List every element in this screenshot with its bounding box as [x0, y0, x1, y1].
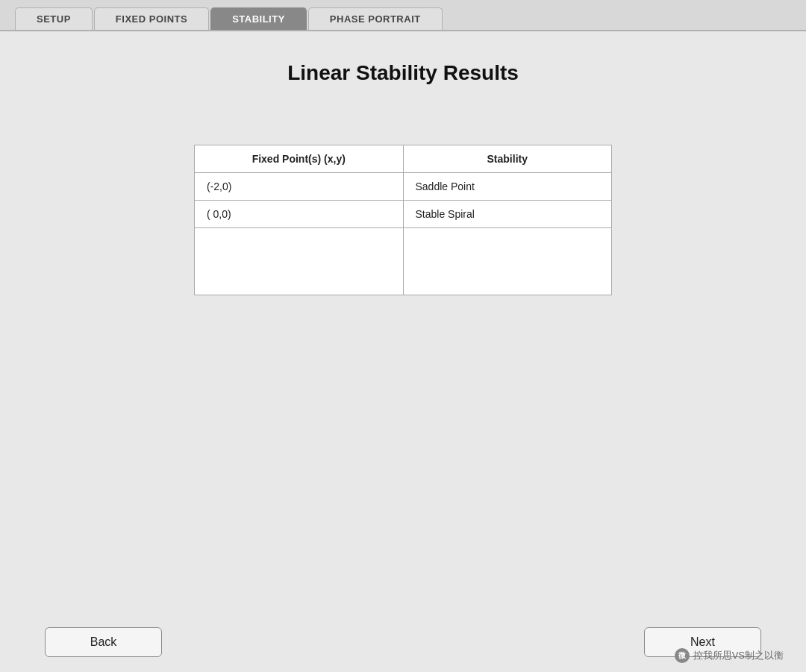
page-title: Linear Stability Results — [15, 61, 791, 85]
stability-table: Fixed Point(s) (x,y) Stability (-2,0) Sa… — [194, 145, 612, 295]
tab-stability[interactable]: STABILITY — [210, 7, 307, 30]
watermark: 微 控我所思VS制之以衡 — [675, 648, 784, 663]
fixed-point-2: ( 0,0) — [195, 201, 404, 228]
col-header-stability: Stability — [403, 145, 612, 173]
stability-empty — [403, 228, 612, 295]
tab-phase-portrait[interactable]: PHASE PORTRAIT — [308, 7, 443, 30]
watermark-icon: 微 — [675, 648, 690, 663]
tab-bar: SETUP FIXED POINTS STABILITY PHASE PORTR… — [0, 0, 806, 30]
fixed-point-1: (-2,0) — [195, 173, 404, 201]
stability-1: Saddle Point — [403, 173, 612, 201]
table-row-empty — [195, 228, 612, 295]
main-content: Linear Stability Results Fixed Point(s) … — [0, 30, 806, 672]
table-container: Fixed Point(s) (x,y) Stability (-2,0) Sa… — [15, 145, 791, 295]
tab-setup[interactable]: SETUP — [15, 7, 93, 30]
watermark-text: 控我所思VS制之以衡 — [693, 649, 784, 662]
table-row: (-2,0) Saddle Point — [195, 173, 612, 201]
fixed-point-empty — [195, 228, 404, 295]
col-header-fixed-point: Fixed Point(s) (x,y) — [195, 145, 404, 173]
tab-fixed-points[interactable]: FIXED POINTS — [94, 7, 209, 30]
app-container: SETUP FIXED POINTS STABILITY PHASE PORTR… — [0, 0, 806, 672]
table-row: ( 0,0) Stable Spiral — [195, 201, 612, 228]
footer: Back Next — [0, 612, 806, 672]
stability-2: Stable Spiral — [403, 201, 612, 228]
back-button[interactable]: Back — [45, 627, 162, 657]
